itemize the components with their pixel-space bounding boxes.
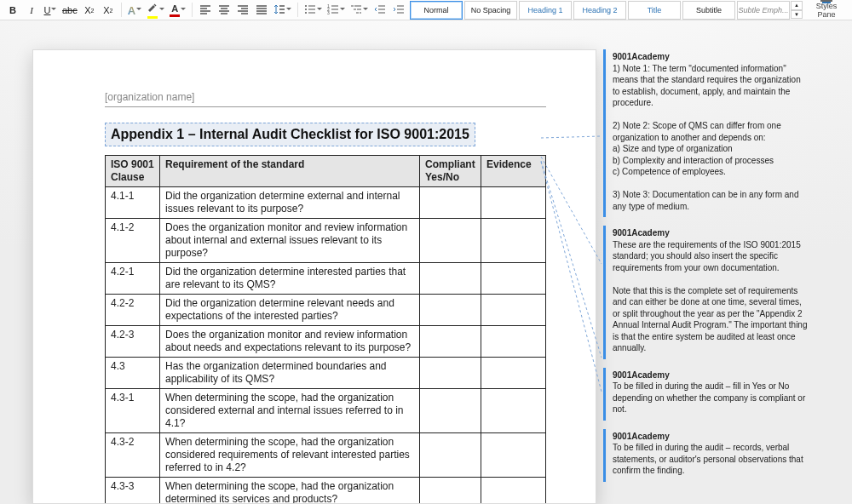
comment[interactable]: 9001AcademyThese are the requirements of… <box>603 226 815 359</box>
cell-evidence[interactable] <box>481 433 546 478</box>
comment[interactable]: 9001AcademyTo be filled in during the au… <box>603 429 815 482</box>
underline-button[interactable]: U <box>41 1 60 20</box>
multilevel-list-button[interactable] <box>348 1 371 20</box>
comment-author: 9001Academy <box>613 51 809 63</box>
cell-clause[interactable]: 4.2-2 <box>106 295 160 326</box>
styles-pane-label: Styles Pane <box>808 3 845 20</box>
table-row[interactable]: 4.3-2When determining the scope, had the… <box>106 433 546 478</box>
cell-compliant[interactable] <box>420 478 481 505</box>
superscript-button[interactable]: X2 <box>99 1 118 20</box>
cell-evidence[interactable] <box>481 263 546 295</box>
styles-gallery-scroll[interactable]: ▲ ▼ <box>791 1 803 19</box>
cell-compliant[interactable] <box>420 295 481 326</box>
bold-button[interactable]: B <box>3 1 22 20</box>
decrease-indent-button[interactable] <box>371 1 389 20</box>
cell-requirement[interactable]: When determining the scope, had the orga… <box>160 389 420 433</box>
styles-scroll-down[interactable]: ▼ <box>791 10 803 20</box>
align-right-button[interactable] <box>233 1 252 20</box>
bullets-button[interactable] <box>302 1 325 20</box>
increase-indent-button[interactable] <box>389 1 408 20</box>
line-spacing-button[interactable] <box>271 1 294 20</box>
numbering-button[interactable]: 123 <box>325 1 348 20</box>
header-evidence: Evidence <box>481 156 546 187</box>
cell-clause[interactable]: 4.3-3 <box>106 478 160 505</box>
cell-requirement[interactable]: When determining the scope, had the orga… <box>160 433 420 478</box>
cell-compliant[interactable] <box>420 358 481 389</box>
align-left-button[interactable] <box>196 1 215 20</box>
strikethrough-button[interactable]: abc <box>60 1 80 20</box>
align-center-button[interactable] <box>215 1 233 20</box>
style-thumb-title[interactable]: Title <box>628 1 681 20</box>
styles-pane-button[interactable]: Styles Pane <box>808 1 845 19</box>
table-row[interactable]: 4.3Has the organization determined bound… <box>106 358 546 389</box>
styles-scroll-up[interactable]: ▲ <box>791 1 803 10</box>
header-clause: ISO 9001 Clause <box>106 156 160 187</box>
cell-requirement[interactable]: Did the organization determine relevant … <box>160 295 420 326</box>
italic-button[interactable]: I <box>22 1 41 20</box>
cell-clause[interactable]: 4.1-1 <box>106 187 160 219</box>
table-row[interactable]: 4.2-3Does the organization monitor and r… <box>106 326 546 358</box>
separator <box>121 3 122 17</box>
cell-clause[interactable]: 4.2-1 <box>106 263 160 295</box>
style-thumb-subtle-emph-[interactable]: Subtle Emph... <box>737 1 790 20</box>
cell-evidence[interactable] <box>481 478 546 505</box>
comment[interactable]: 9001Academy1) Note 1: The term "document… <box>603 49 815 217</box>
style-thumb-no-spacing[interactable]: No Spacing <box>464 1 517 20</box>
document-page[interactable]: [organization name] Appendix 1 – Interna… <box>32 49 596 504</box>
header-compliant: Compliant Yes/No <box>420 156 481 187</box>
subscript-button[interactable]: X2 <box>80 1 99 20</box>
cell-compliant[interactable] <box>420 263 481 295</box>
cell-evidence[interactable] <box>481 358 546 389</box>
cell-evidence[interactable] <box>481 219 546 263</box>
cell-compliant[interactable] <box>420 389 481 433</box>
style-thumb-subtitle[interactable]: Subtitle <box>682 1 735 20</box>
comment[interactable]: 9001AcademyTo be filled in during the au… <box>603 368 815 421</box>
svg-point-1 <box>305 9 307 10</box>
style-thumb-heading-2[interactable]: Heading 2 <box>573 1 626 20</box>
cell-clause[interactable]: 4.3-1 <box>106 389 160 433</box>
cell-compliant[interactable] <box>420 187 481 219</box>
organization-name-field[interactable]: [organization name] <box>105 91 546 107</box>
align-center-icon <box>218 3 230 17</box>
cell-clause[interactable]: 4.1-2 <box>106 219 160 263</box>
table-row[interactable]: 4.2-1Did the organization determine inte… <box>106 263 546 295</box>
table-row[interactable]: 4.1-2Does the organization monitor and r… <box>106 219 546 263</box>
cell-requirement[interactable]: Did the organization determine external … <box>160 187 420 219</box>
cell-requirement[interactable]: Does the organization monitor and review… <box>160 326 420 358</box>
table-row[interactable]: 4.2-2Did the organization determine rele… <box>106 295 546 326</box>
cell-compliant[interactable] <box>420 219 481 263</box>
style-thumb-normal[interactable]: Normal <box>410 1 463 20</box>
highlighter-icon <box>147 2 158 15</box>
cell-evidence[interactable] <box>481 389 546 433</box>
cell-requirement[interactable]: Did the organization determine intereste… <box>160 263 420 295</box>
cell-clause[interactable]: 4.3 <box>106 358 160 389</box>
table-row[interactable]: 4.1-1Did the organization determine exte… <box>106 187 546 219</box>
cell-evidence[interactable] <box>481 295 546 326</box>
table-row[interactable]: 4.3-1When determining the scope, had the… <box>106 389 546 433</box>
audit-checklist-table[interactable]: ISO 9001 Clause Requirement of the stand… <box>105 155 546 504</box>
align-justify-button[interactable] <box>252 1 271 20</box>
comment-text: To be filled in during the audit – recor… <box>613 442 809 477</box>
comment-text: These are the requirements of the ISO 90… <box>613 239 809 354</box>
document-title[interactable]: Appendix 1 – Internal Audit Checklist fo… <box>105 123 475 146</box>
cell-evidence[interactable] <box>481 326 546 358</box>
cell-requirement[interactable]: When determining the scope, had the orga… <box>160 478 420 505</box>
cell-evidence[interactable] <box>481 187 546 219</box>
cell-clause[interactable]: 4.3-2 <box>106 433 160 478</box>
table-row[interactable]: 4.3-3When determining the scope, had the… <box>106 478 546 505</box>
formatting-toolbar: B I U abc X2 X2 A A 123 NormalNo Spacing… <box>0 0 852 20</box>
comment-text: To be filled in during the audit – fill … <box>613 381 809 415</box>
font-color-button[interactable]: A <box>167 1 188 20</box>
cell-compliant[interactable] <box>420 326 481 358</box>
cell-requirement[interactable]: Does the organization monitor and review… <box>160 219 420 263</box>
style-thumb-heading-1[interactable]: Heading 1 <box>519 1 572 20</box>
text-effects-button[interactable]: A <box>125 1 144 20</box>
separator <box>297 3 298 17</box>
comments-pane: 9001Academy1) Note 1: The term "document… <box>603 49 821 490</box>
cell-clause[interactable]: 4.2-3 <box>106 326 160 358</box>
cell-requirement[interactable]: Has the organization determined boundari… <box>160 358 420 389</box>
styles-pane-icon <box>820 0 832 2</box>
cell-compliant[interactable] <box>420 433 481 478</box>
highlight-color-button[interactable] <box>144 1 167 20</box>
line-spacing-icon <box>273 3 285 17</box>
